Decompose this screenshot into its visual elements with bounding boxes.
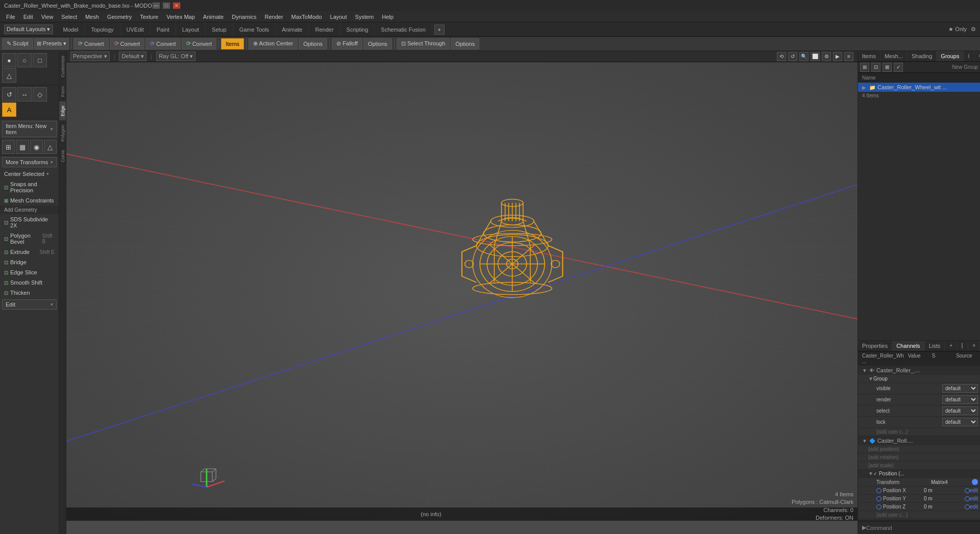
ch-row-adduser1[interactable]: {add user c...} [858, 428, 980, 436]
tool-move-icon[interactable]: ↔ [17, 87, 32, 101]
ch-transform-circle[interactable] [972, 479, 978, 485]
rp-ctrl-4[interactable]: ✓ [894, 63, 903, 72]
items-row-main[interactable]: ▶ 📁 Caster_Roller_Wheel_wit ... [858, 83, 980, 92]
ch-posy-edit-link[interactable]: edit [970, 496, 978, 501]
action-center-button[interactable]: ⊕ Action Center [249, 38, 298, 49]
ch-row-position-group[interactable]: ▼ ✓ Position (... [858, 470, 980, 478]
options-button-2[interactable]: Options [363, 38, 392, 49]
ch-row-posy[interactable]: Position Y 0 m edit [858, 495, 980, 503]
ch-row-posx[interactable]: Position X 0 m edit [858, 487, 980, 495]
ch-group-caster-roller[interactable]: ▼ 👁 Caster_Roller_.... [858, 366, 980, 375]
vtab-polygon[interactable]: Polygon [59, 120, 66, 146]
select-through-button[interactable]: ⊡ Select Through [397, 38, 450, 49]
tool-grid-icon[interactable]: ⊞ [2, 140, 15, 154]
ch-row-lock[interactable]: lock default [858, 417, 980, 428]
star-only-label[interactable]: ★ Only [948, 26, 967, 33]
more-transforms-dropdown[interactable]: More Transforms ▾ [2, 157, 57, 167]
tab-layout[interactable]: Layout [176, 22, 206, 36]
vtab-customize[interactable]: Customize [59, 51, 66, 82]
convert-button-1[interactable]: ⟳ Convert [74, 38, 109, 49]
menu-help[interactable]: Help [378, 13, 398, 21]
add-geometry-header[interactable]: Add Geometry [0, 206, 59, 214]
viewport-raygl[interactable]: Ray GL: Off ▾ [156, 52, 195, 61]
tool-rotate-icon[interactable]: ↺ [2, 87, 16, 101]
rp-ctrl-3[interactable]: ⊠ [883, 63, 892, 72]
polygon-bevel-item[interactable]: ⊡ Polygon Bevel Shift B [0, 231, 59, 247]
tab-scripting[interactable]: Scripting [340, 22, 375, 36]
br-tab-float[interactable]: ⟦ [957, 341, 968, 351]
rpanel-tab-items[interactable]: Items [858, 51, 880, 61]
menu-geometry[interactable]: Geometry [103, 13, 136, 21]
vtab-curve[interactable]: Curve [59, 145, 66, 166]
viewport-ctrl-1[interactable]: ⟲ [777, 52, 786, 61]
center-selected-item[interactable]: Center Selected ▾ [0, 169, 59, 179]
ch-row-addpos[interactable]: {add position} [858, 445, 980, 453]
menu-mesh[interactable]: Mesh [81, 13, 103, 21]
ch-row-addrot[interactable]: {add rotation} [858, 453, 980, 462]
ch-row-adduser2[interactable]: {add user c...} [858, 511, 980, 519]
tool-diamond-icon[interactable]: ◇ [33, 87, 47, 101]
ch-row-addscale[interactable]: {add scale} [858, 462, 980, 470]
viewport-ctrl-play[interactable]: ▶ [833, 52, 842, 61]
rpanel-expand-btn[interactable]: ⟨ [964, 51, 974, 61]
tab-schematic[interactable]: Schematic Fusion [375, 22, 432, 36]
tab-render[interactable]: Render [309, 22, 340, 36]
sds-subdivide-item[interactable]: ⊡ SDS Subdivide 2X [0, 214, 59, 231]
sculpt-button[interactable]: ✎ Sculpt [2, 38, 33, 49]
tab-animate[interactable]: Animate [276, 22, 309, 36]
menu-render[interactable]: Render [261, 13, 287, 21]
item-menu-dropdown[interactable]: Item Menu: New Item ▾ [2, 121, 57, 137]
options-button-3[interactable]: Options [451, 38, 479, 49]
menu-system[interactable]: System [351, 13, 378, 21]
tool-cone-icon[interactable]: △ [44, 140, 57, 154]
ch-group-caster-roll2[interactable]: ▼ 🔷 Caster_Roll.... [858, 436, 980, 445]
edit-dropdown[interactable]: Edit ▾ [2, 299, 57, 310]
menu-view[interactable]: View [37, 13, 58, 21]
viewport-ctrl-2[interactable]: ↺ [788, 52, 797, 61]
ch-row-transform[interactable]: Transform Matrix4 [858, 478, 980, 487]
tab-paint[interactable]: Paint [151, 22, 176, 36]
viewport-ctrl-search[interactable]: 🔍 [799, 52, 808, 61]
ch-row-select[interactable]: select default [858, 405, 980, 417]
snaps-precision-item[interactable]: ⊡ Snaps and Precision [0, 179, 59, 195]
convert-button-2[interactable]: ⟳ Convert [110, 38, 145, 49]
ch-row-visible[interactable]: visible default [858, 383, 980, 394]
viewport-canvas[interactable]: (no info) 4 ItemsPolygons : Catmull-Clar… [66, 62, 857, 521]
ch-row-render[interactable]: render default [858, 394, 980, 405]
tab-setup[interactable]: Setup [206, 22, 233, 36]
maximize-button[interactable]: □ [162, 2, 170, 9]
bridge-item[interactable]: ⊡ Bridge [0, 257, 59, 267]
menu-texture[interactable]: Texture [136, 13, 162, 21]
viewport-perspective[interactable]: Perspective ▾ [70, 52, 110, 61]
convert-button-4[interactable]: ⟳ Convert [182, 38, 217, 49]
ch-row-posz[interactable]: Position Z 0 m edit [858, 503, 980, 511]
options-button-1[interactable]: Options [299, 38, 327, 49]
menu-edit[interactable]: Edit [19, 13, 37, 21]
extrude-item[interactable]: ⊡ Extrude Shift E [0, 247, 59, 257]
presets-button[interactable]: ⊞ Presets ▾ [34, 38, 69, 49]
vtab-form[interactable]: Form [59, 82, 66, 101]
command-input-label[interactable]: Command [866, 525, 976, 531]
rpanel-options-btn[interactable]: × [974, 51, 980, 61]
viewport-default[interactable]: Default ▾ [119, 52, 146, 61]
tool-dots-icon[interactable]: ▦ [16, 140, 29, 154]
vtab-edge[interactable]: Edge [59, 101, 66, 120]
menu-dynamics[interactable]: Dynamics [228, 13, 260, 21]
br-tab-close[interactable]: × [968, 341, 980, 351]
close-button[interactable]: ✕ [173, 2, 181, 9]
menu-file[interactable]: File [2, 13, 19, 21]
tab-gametools[interactable]: Game Tools [233, 22, 276, 36]
convert-button-3[interactable]: ⟳ Convert [145, 38, 181, 49]
viewport-ctrl-menu[interactable]: ≡ [844, 52, 853, 61]
rpanel-tab-mesh[interactable]: Mesh... [880, 51, 908, 61]
ch-posx-edit-link[interactable]: edit [970, 488, 978, 493]
falloff-button[interactable]: ⊘ Falloff [332, 38, 362, 49]
tab-add-button[interactable]: + [434, 24, 445, 35]
br-tab-channels[interactable]: Channels [892, 341, 924, 351]
ch-lock-select[interactable]: default [942, 418, 978, 426]
mesh-constraints-item[interactable]: ⊠ Mesh Constraints [0, 195, 59, 206]
tool-triangle-icon[interactable]: △ [2, 68, 16, 83]
menu-maxtomodo[interactable]: MaxToModo [287, 13, 326, 21]
tool-text-icon[interactable]: A [2, 103, 16, 117]
thicken-item[interactable]: ⊡ Thicken [0, 288, 59, 298]
